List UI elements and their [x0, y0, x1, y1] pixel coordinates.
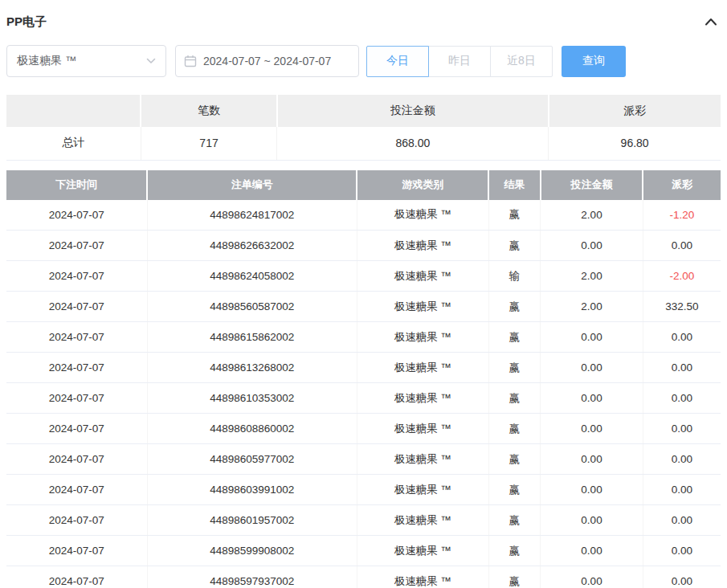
table-row: 2024-07-0744898560587002极速糖果 ™赢2.00332.5…: [6, 292, 721, 322]
cell-game: 极速糖果 ™: [357, 475, 488, 505]
summary-header-payout: 派彩: [549, 95, 721, 127]
report-panel: PP电子 极速糖果 ™: [0, 0, 727, 588]
cell-order-id: 44898605977002: [147, 444, 357, 475]
cell-payout: 0.00: [643, 566, 721, 588]
cell-date: 2024-07-07: [6, 383, 147, 414]
cell-payout: 0.00: [643, 444, 721, 475]
cell-game: 极速糖果 ™: [357, 536, 488, 566]
summary-header-row: 笔数 投注金额 派彩: [6, 95, 721, 127]
query-button[interactable]: 查询: [562, 46, 626, 77]
table-row: 2024-07-0744898610353002极速糖果 ™赢0.000.00: [6, 383, 721, 414]
summary-table: 笔数 投注金额 派彩 总计 717 868.00 96.80: [6, 95, 721, 161]
header-bet-amount: 投注金额: [541, 170, 643, 200]
summary-header-bet-amount: 投注金额: [277, 95, 549, 127]
cell-order-id: 44898599908002: [147, 536, 357, 566]
summary-total-payout: 96.80: [549, 127, 721, 160]
cell-payout: 0.00: [643, 475, 721, 505]
cell-order-id: 44898626632002: [147, 231, 357, 261]
cell-date: 2024-07-07: [6, 566, 147, 588]
cell-order-id: 44898601957002: [147, 505, 357, 536]
cell-result: 赢: [488, 231, 541, 261]
cell-bet: 0.00: [541, 383, 643, 414]
cell-bet: 2.00: [541, 200, 643, 231]
cell-order-id: 44898608860002: [147, 414, 357, 444]
last-8-days-button[interactable]: 近8日: [490, 46, 553, 77]
cell-bet: 0.00: [541, 536, 643, 566]
cell-order-id: 44898560587002: [147, 292, 357, 322]
today-button[interactable]: 今日: [366, 46, 429, 77]
bet-records-table: 下注时间 注单编号 游戏类别 结果 投注金额 派彩 2024-07-074489…: [6, 170, 721, 588]
table-row: 2024-07-0744898615862002极速糖果 ™赢0.000.00: [6, 322, 721, 353]
cell-game: 极速糖果 ™: [357, 383, 488, 414]
date-range-input[interactable]: 2024-07-07 ~ 2024-07-07: [175, 45, 359, 77]
table-row: 2024-07-0744898599908002极速糖果 ™赢0.000.00: [6, 536, 721, 566]
cell-bet: 0.00: [541, 566, 643, 588]
cell-order-id: 44898615862002: [147, 322, 357, 353]
cell-date: 2024-07-07: [6, 414, 147, 444]
cell-date: 2024-07-07: [6, 505, 147, 536]
cell-date: 2024-07-07: [6, 231, 147, 261]
cell-game: 极速糖果 ™: [357, 322, 488, 353]
table-row: 2024-07-0744898603991002极速糖果 ™赢0.000.00: [6, 475, 721, 505]
game-select[interactable]: 极速糖果 ™: [6, 45, 166, 77]
cell-payout: 332.50: [643, 292, 721, 322]
table-row: 2024-07-0744898608860002极速糖果 ™赢0.000.00: [6, 414, 721, 444]
header-order-id: 注单编号: [147, 170, 357, 200]
summary-total-label: 总计: [6, 127, 141, 160]
cell-payout: 0.00: [643, 536, 721, 566]
table-row: 2024-07-0744898601957002极速糖果 ™赢0.000.00: [6, 505, 721, 536]
cell-bet: 0.00: [541, 475, 643, 505]
table-row: 2024-07-0744898597937002极速糖果 ™赢0.000.00: [6, 566, 721, 588]
cell-order-id: 44898613268002: [147, 353, 357, 383]
cell-payout: 0.00: [643, 383, 721, 414]
summary-total-bet-amount: 868.00: [277, 127, 549, 160]
cell-game: 极速糖果 ™: [357, 505, 488, 536]
cell-payout: 0.00: [643, 353, 721, 383]
summary-header-count: 笔数: [141, 95, 277, 127]
cell-game: 极速糖果 ™: [357, 292, 488, 322]
cell-result: 赢: [488, 475, 541, 505]
cell-result: 赢: [488, 200, 541, 231]
cell-payout: -1.20: [643, 200, 721, 231]
table-row: 2024-07-0744898624058002极速糖果 ™输2.00-2.00: [6, 261, 721, 292]
header-game-type: 游戏类别: [357, 170, 488, 200]
collapse-button[interactable]: [701, 16, 721, 27]
chevron-down-icon: [146, 58, 156, 64]
table-row: 2024-07-0744898605977002极速糖果 ™赢0.000.00: [6, 444, 721, 475]
header-result: 结果: [488, 170, 541, 200]
cell-order-id: 44898603991002: [147, 475, 357, 505]
cell-game: 极速糖果 ™: [357, 414, 488, 444]
cell-result: 赢: [488, 383, 541, 414]
cell-date: 2024-07-07: [6, 353, 147, 383]
quick-date-group: 今日 昨日 近8日: [366, 46, 553, 77]
cell-game: 极速糖果 ™: [357, 231, 488, 261]
cell-payout: 0.00: [643, 505, 721, 536]
cell-date: 2024-07-07: [6, 322, 147, 353]
panel-header: PP电子: [6, 11, 721, 32]
cell-result: 输: [488, 261, 541, 292]
cell-game: 极速糖果 ™: [357, 444, 488, 475]
cell-date: 2024-07-07: [6, 444, 147, 475]
cell-result: 赢: [488, 536, 541, 566]
cell-bet: 2.00: [541, 261, 643, 292]
cell-payout: 0.00: [643, 231, 721, 261]
summary-total-count: 717: [141, 127, 277, 160]
table-row: 2024-07-0744898624817002极速糖果 ™赢2.00-1.20: [6, 200, 721, 231]
cell-date: 2024-07-07: [6, 536, 147, 566]
summary-total-row: 总计 717 868.00 96.80: [6, 127, 721, 160]
cell-result: 赢: [488, 353, 541, 383]
cell-result: 赢: [488, 322, 541, 353]
date-range-value: 2024-07-07 ~ 2024-07-07: [203, 55, 331, 67]
cell-bet: 2.00: [541, 292, 643, 322]
cell-date: 2024-07-07: [6, 475, 147, 505]
cell-game: 极速糖果 ™: [357, 261, 488, 292]
chevron-up-icon: [705, 18, 717, 26]
bet-table-header-row: 下注时间 注单编号 游戏类别 结果 投注金额 派彩: [6, 170, 721, 200]
yesterday-button[interactable]: 昨日: [428, 46, 491, 77]
cell-date: 2024-07-07: [6, 261, 147, 292]
panel-title: PP电子: [6, 14, 47, 30]
game-select-value: 极速糖果 ™: [17, 54, 76, 68]
filter-row: 极速糖果 ™ 2024-07-07 ~ 2024-07-07 今日 昨日: [6, 45, 721, 77]
header-bet-time: 下注时间: [6, 170, 147, 200]
cell-game: 极速糖果 ™: [357, 566, 488, 588]
